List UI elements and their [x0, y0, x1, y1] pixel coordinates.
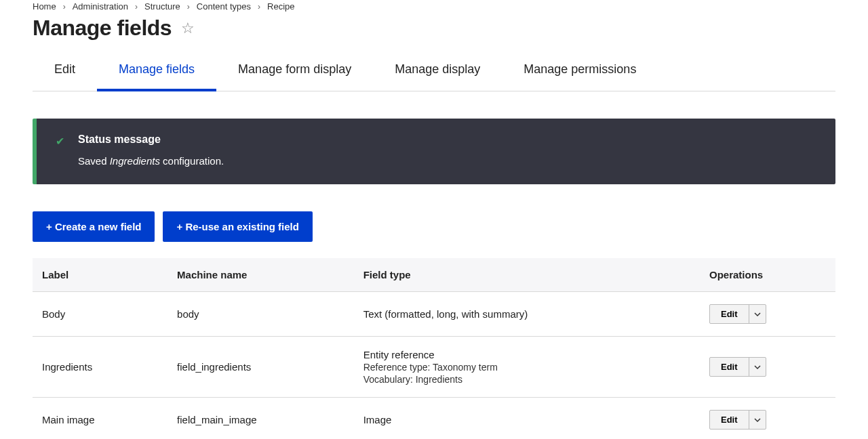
chevron-right-icon: ›: [63, 2, 66, 12]
field-machine-name: field_ingredients: [167, 337, 354, 398]
operations-dropdown-button[interactable]: [749, 305, 766, 323]
col-field-type: Field type: [354, 258, 700, 292]
create-field-button[interactable]: + Create a new field: [33, 211, 155, 242]
table-row: BodybodyText (formatted, long, with summ…: [33, 292, 835, 337]
breadcrumb-link[interactable]: Recipe: [267, 1, 294, 12]
tab-manage-permissions[interactable]: Manage permissions: [502, 53, 658, 91]
chevron-right-icon: ›: [135, 2, 138, 12]
breadcrumb-link[interactable]: Structure: [144, 1, 180, 12]
check-icon: ✔: [56, 135, 64, 167]
edit-button[interactable]: Edit: [710, 305, 749, 323]
operations-dropdown-button[interactable]: [749, 358, 766, 376]
field-operations: Edit: [700, 337, 835, 398]
field-type-detail: Vocabulary: Ingredients: [363, 374, 690, 385]
breadcrumb-link[interactable]: Home: [33, 1, 56, 12]
chevron-down-icon: [754, 417, 761, 423]
field-type-detail: Reference type: Taxonomy term: [363, 362, 690, 373]
primary-tabs: Edit Manage fields Manage form display M…: [33, 53, 835, 91]
field-label: Ingredients: [33, 337, 167, 398]
chevron-down-icon: [754, 364, 761, 371]
field-machine-name: body: [167, 292, 354, 337]
col-operations: Operations: [700, 258, 835, 292]
tab-manage-fields[interactable]: Manage fields: [97, 53, 216, 91]
edit-button[interactable]: Edit: [710, 358, 749, 376]
breadcrumb-link[interactable]: Content types: [197, 1, 251, 12]
field-operations: Edit: [700, 292, 835, 337]
field-label: Body: [33, 292, 167, 337]
status-text: Saved Ingredients configuration.: [78, 155, 816, 167]
field-operations: Edit: [700, 398, 835, 440]
chevron-right-icon: ›: [187, 2, 190, 12]
field-label: Main image: [33, 398, 167, 440]
tab-edit[interactable]: Edit: [33, 53, 97, 91]
reuse-field-button[interactable]: + Re-use an existing field: [163, 211, 312, 242]
breadcrumb: Home › Administration › Structure › Cont…: [33, 0, 835, 12]
star-icon[interactable]: ☆: [181, 21, 195, 36]
tab-manage-form-display[interactable]: Manage form display: [216, 53, 373, 91]
chevron-right-icon: ›: [258, 2, 260, 12]
field-type: Image: [354, 398, 700, 440]
table-row: Ingredientsfield_ingredientsEntity refer…: [33, 337, 835, 398]
status-message: ✔ Status message Saved Ingredients confi…: [33, 119, 835, 184]
breadcrumb-link[interactable]: Administration: [73, 1, 128, 12]
fields-table: Label Machine name Field type Operations…: [33, 258, 835, 439]
operations-dropdown-button[interactable]: [749, 411, 766, 429]
status-heading: Status message: [78, 133, 816, 146]
col-label: Label: [33, 258, 167, 292]
field-machine-name: field_main_image: [167, 398, 354, 440]
edit-button[interactable]: Edit: [710, 411, 749, 429]
chevron-down-icon: [754, 311, 761, 318]
table-row: Main imagefield_main_imageImageEdit: [33, 398, 835, 440]
tab-manage-display[interactable]: Manage display: [373, 53, 502, 91]
field-type: Text (formatted, long, with summary): [354, 292, 700, 337]
page-title: Manage fields: [33, 16, 172, 41]
field-type: Entity referenceReference type: Taxonomy…: [354, 337, 700, 398]
col-machine-name: Machine name: [167, 258, 354, 292]
